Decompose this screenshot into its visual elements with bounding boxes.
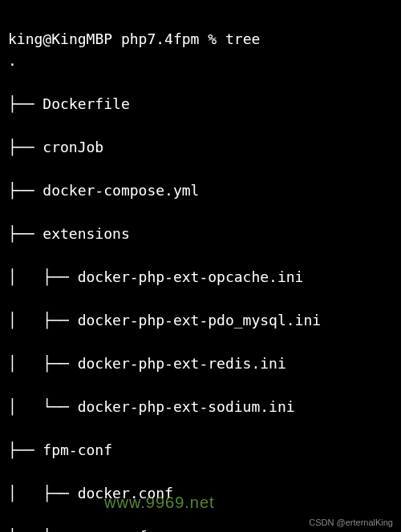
tree-entry: │ └── docker-php-ext-sodium.ini bbox=[8, 396, 393, 417]
watermark-author: CSDN @erternalKing bbox=[309, 516, 393, 530]
watermark-site: www.9969.net bbox=[104, 490, 215, 514]
tree-entry: ├── fpm-conf bbox=[8, 439, 393, 461]
tree-entry: ├── Dockerfile bbox=[8, 93, 393, 115]
tree-entry: │ ├── docker-php-ext-pdo_mysql.ini bbox=[8, 309, 393, 331]
tree-root: . bbox=[8, 50, 393, 71]
tree-entry: │ ├── docker-php-ext-redis.ini bbox=[8, 353, 393, 374]
prompt-symbol: % bbox=[208, 30, 217, 47]
prompt-line: king@KingMBP php7.4fpm % tree bbox=[8, 30, 260, 47]
prompt-path: php7.4fpm bbox=[121, 30, 200, 47]
tree-entry: ├── docker-compose.yml bbox=[8, 179, 393, 201]
prompt-user: king bbox=[8, 30, 43, 47]
command-text[interactable]: tree bbox=[225, 30, 260, 47]
tree-entry: ├── cronJob bbox=[8, 136, 393, 158]
tree-entry: ├── extensions bbox=[8, 223, 393, 244]
tree-entry: │ ├── docker-php-ext-opcache.ini bbox=[8, 266, 393, 288]
prompt-host: KingMBP bbox=[51, 30, 112, 47]
terminal-output: king@KingMBP php7.4fpm % tree . ├── Dock… bbox=[8, 6, 393, 532]
